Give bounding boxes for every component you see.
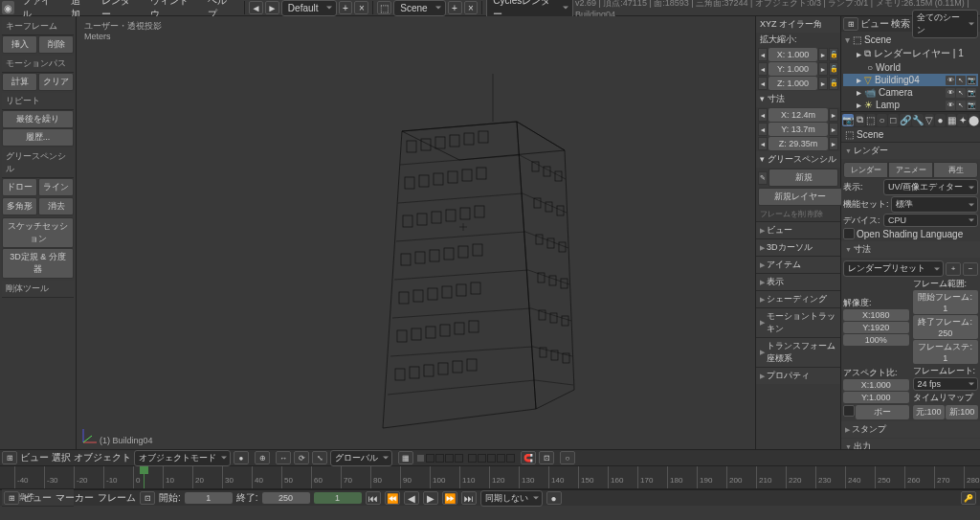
tab-modifiers-icon[interactable]: 🔧 [912, 114, 924, 126]
outliner-search[interactable]: 検索 [891, 17, 910, 31]
tree-building[interactable]: ▸▽Building04👁↖📷 [843, 74, 978, 86]
timeline-playhead[interactable] [144, 466, 145, 488]
res-y-field[interactable]: Y:1920 [843, 322, 909, 333]
tl-first-icon[interactable]: ⏮ [366, 491, 381, 505]
n-transform-header[interactable]: トランスフォーム座標系 [756, 337, 840, 367]
scale-z-lock[interactable]: 🔓 [829, 77, 838, 90]
n-item-header[interactable]: アイテム [756, 256, 840, 273]
history-button[interactable]: 履歴... [2, 128, 74, 147]
remap-new-field[interactable]: 新:100 [946, 405, 978, 419]
tl-frame[interactable]: フレーム [98, 491, 136, 505]
forward-icon[interactable]: ► [265, 1, 279, 14]
dim-y-inc[interactable]: ► [829, 123, 838, 136]
scale-x-lock[interactable]: 🔓 [829, 48, 838, 61]
add-layout-icon[interactable]: + [339, 1, 353, 14]
dimensions-section-header[interactable]: 寸法 [841, 241, 980, 258]
editor-type-icon[interactable]: ⊞ [2, 451, 17, 464]
tab-particles-icon[interactable]: ✦ [957, 114, 968, 126]
scale-x-field[interactable]: X: 1.000 [768, 48, 817, 61]
tab-material-icon[interactable]: ● [935, 114, 946, 126]
feature-select[interactable]: 標準 [891, 196, 978, 213]
rigidbody-header[interactable]: 剛体ツール [2, 281, 74, 298]
tab-scene-icon[interactable]: ⬚ [866, 114, 877, 126]
grease-pencil-header[interactable]: ▾ グリースペンシル [756, 151, 840, 168]
n-motiontrack-header[interactable]: モーショントラッキン [756, 307, 840, 337]
sketch-session-button[interactable]: スケッチセッション [2, 217, 74, 248]
preset-add-icon[interactable]: + [946, 262, 961, 276]
tab-texture-icon[interactable]: ▦ [947, 114, 957, 126]
scale-y-lock[interactable]: 🔓 [829, 62, 838, 76]
scale-y-inc[interactable]: ► [818, 62, 828, 76]
dim-x-dec[interactable]: ◄ [758, 108, 768, 122]
scale-x-dec[interactable]: ◄ [758, 48, 768, 61]
scale-z-dec[interactable]: ◄ [758, 77, 768, 90]
preset-remove-icon[interactable]: − [963, 262, 978, 276]
tab-constraints-icon[interactable]: 🔗 [900, 114, 911, 126]
tl-marker[interactable]: マーカー [56, 491, 94, 505]
ruler-button[interactable]: 3D定規 & 分度器 [2, 248, 74, 279]
scale-y-dec[interactable]: ◄ [758, 62, 768, 76]
grease-erase-button[interactable]: 消去 [38, 197, 74, 215]
dim-z-field[interactable]: Z: 29.35m [768, 137, 828, 150]
dim-z-inc[interactable]: ► [829, 137, 838, 150]
grease-newlayer-button[interactable]: 新規レイヤー [758, 188, 842, 206]
manipulator-translate-icon[interactable]: ↔ [276, 451, 291, 464]
aspect-y-field[interactable]: Y:1.000 [843, 392, 909, 403]
orientation-selector[interactable]: グローバル [330, 450, 392, 466]
keyframe-insert-button[interactable]: 挿入 [2, 35, 37, 54]
back-icon[interactable]: ◄ [249, 1, 263, 14]
rotation-mode-label[interactable]: XYZ オイラー角 [756, 16, 840, 33]
framerate-select[interactable]: 24 fps [913, 377, 979, 391]
tl-prev-icon[interactable]: ⏪ [385, 491, 400, 505]
tl-playrev-icon[interactable]: ◀ [404, 491, 419, 505]
tl-view[interactable]: ビュー [23, 491, 52, 505]
camera-icon[interactable]: 📷 [967, 101, 976, 110]
frame-step-field[interactable]: フレームステ: 1 [913, 340, 979, 364]
scale-x-inc[interactable]: ► [818, 48, 828, 61]
blender-logo-icon[interactable]: ◉ [2, 1, 14, 14]
n-view-header[interactable]: ビュー [756, 221, 840, 238]
outliner-view[interactable]: ビュー [860, 17, 889, 31]
timeline-editor-icon[interactable]: ⊞ [4, 491, 19, 505]
cursor-icon[interactable]: ↖ [956, 101, 966, 110]
snap-icon[interactable]: 🧲 [521, 451, 536, 464]
tl-key-icon[interactable]: 🔑 [961, 491, 976, 505]
proportional-icon[interactable]: ○ [560, 451, 575, 464]
tl-current-field[interactable]: 1 [314, 492, 362, 504]
vb-select[interactable]: 選択 [52, 451, 71, 464]
scale-y-field[interactable]: Y: 1.000 [768, 62, 817, 76]
scene-selector[interactable]: Scene [393, 0, 445, 16]
grease-draw-button[interactable]: ドロー [2, 178, 37, 196]
render-preset-select[interactable]: レンダープリセット [843, 260, 944, 277]
res-pct-field[interactable]: 100% [843, 334, 909, 346]
dim-z-dec[interactable]: ◄ [758, 137, 768, 150]
dim-y-field[interactable]: Y: 13.7m [768, 123, 828, 136]
play-button[interactable]: 再生 [933, 162, 978, 178]
scene-icon[interactable]: ⬚ [377, 1, 391, 14]
dim-x-field[interactable]: X: 12.4m [768, 108, 828, 122]
osl-checkbox[interactable] [843, 228, 855, 239]
tl-sync-select[interactable]: 同期しない [480, 490, 543, 507]
n-properties-header[interactable]: プロパティ [756, 367, 840, 384]
tree-lamp[interactable]: ▸☀Lamp👁↖📷 [843, 99, 978, 111]
vb-view[interactable]: ビュー [20, 451, 49, 464]
border-checkbox[interactable] [843, 405, 855, 417]
tree-world[interactable]: ○World [843, 61, 978, 74]
snap-target-icon[interactable]: ⊡ [539, 451, 554, 464]
camera-icon[interactable]: 📷 [967, 88, 976, 98]
tab-world-icon[interactable]: ○ [877, 114, 887, 126]
res-x-field[interactable]: X:1080 [843, 309, 909, 321]
tab-object-icon[interactable]: □ [888, 114, 899, 126]
scale-z-inc[interactable]: ► [818, 77, 828, 90]
tl-next-icon[interactable]: ⏩ [442, 491, 457, 505]
frame-start-field[interactable]: 開始フレーム: 1 [913, 290, 979, 314]
mode-selector[interactable]: オブジェクトモード [134, 450, 231, 466]
tl-play-icon[interactable]: ▶ [423, 491, 438, 505]
outliner-display-mode[interactable]: 全てのシーン [912, 10, 978, 38]
tree-camera[interactable]: ▸📹Camera👁↖📷 [843, 86, 978, 99]
timeline-ruler[interactable]: -40-30-20-100102030405060708090100110120… [0, 466, 980, 489]
keyframe-delete-button[interactable]: 削除 [38, 35, 74, 54]
tl-toggle-icon[interactable]: ⊡ [140, 491, 155, 505]
n-display-header[interactable]: 表示 [756, 273, 840, 290]
eye-icon[interactable]: 👁 [946, 76, 955, 85]
